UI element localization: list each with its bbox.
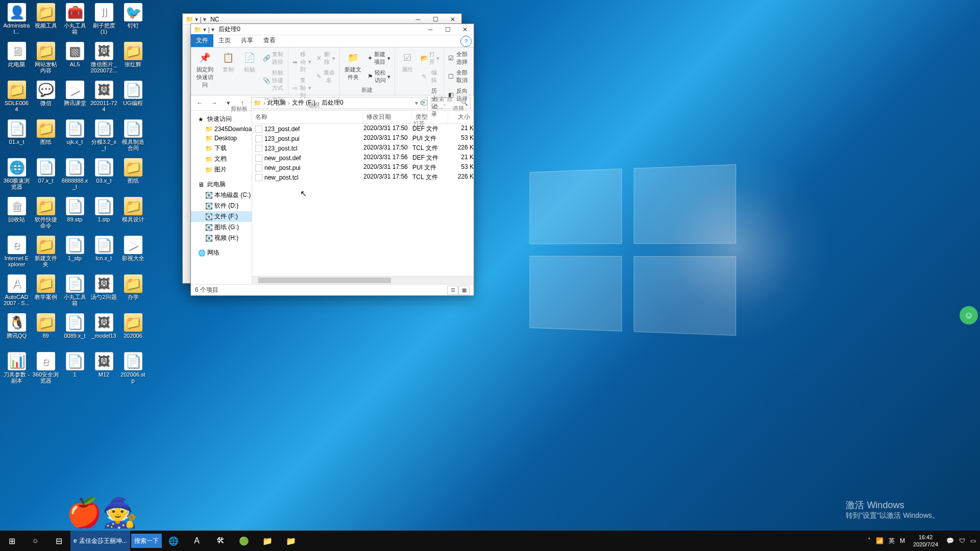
desktop-icon[interactable]: 📁软件快捷命令 <box>31 196 60 235</box>
taskbar-app[interactable]: 🛠 <box>209 531 232 551</box>
desktop-icon[interactable]: 📄lcn.x_t <box>89 235 118 273</box>
task-view-button[interactable]: ⊟ <box>47 531 70 551</box>
wifi-icon[interactable]: 📶 <box>876 537 884 544</box>
file-row[interactable]: 123_post.pui2020/3/31 17:50PUI 文件53 K <box>252 134 474 143</box>
ime-indicator[interactable]: 英 <box>889 537 895 545</box>
nav-drive[interactable]: 💽软件 (D:) <box>191 201 252 211</box>
col-size[interactable]: 大小 <box>448 111 474 123</box>
desktop-icon[interactable]: 👤Administrat... <box>2 2 31 41</box>
desktop-icon[interactable]: 📄1_stp <box>60 235 89 273</box>
col-date[interactable]: 修改日期 <box>363 111 412 123</box>
desktop-icon[interactable]: 🖼汤勺2问题 <box>89 273 118 312</box>
taskbar[interactable]: ⊞ ○ ⊟ e 孟佳金莎王丽坤... 搜索一下 🌐 A 🛠 🟢 📁 📁 ˄ 📶 … <box>0 531 980 551</box>
start-button[interactable]: ⊞ <box>0 531 23 551</box>
taskbar-autocad[interactable]: A <box>185 531 209 551</box>
desktop-icon[interactable]: e360安全浏览器 <box>31 351 60 390</box>
close-button[interactable]: ✕ <box>456 24 474 35</box>
desktop-icon[interactable]: 🖼微信图片_2020072... <box>89 41 118 80</box>
pin-button[interactable]: 📌固定到快速访问 <box>194 49 216 90</box>
help-button[interactable]: ? <box>460 36 472 47</box>
ime-brand[interactable]: M <box>900 537 905 544</box>
clock[interactable]: 16:42 2020/7/24 <box>910 534 941 548</box>
desktop-icon[interactable]: eInternet Explorer <box>2 235 31 273</box>
copy-path-button[interactable]: 🔗复制路径 <box>262 49 285 67</box>
recent-dropdown[interactable]: ▾ <box>223 97 234 109</box>
cortana-button[interactable]: ○ <box>23 531 47 551</box>
notifications-icon[interactable]: ▭ <box>970 537 976 544</box>
titlebar[interactable]: 📁 ▾ | ▾ 后处理0 ─ ☐ ✕ <box>191 24 474 35</box>
navigation-pane[interactable]: ★快速访问 📁2345Download📁Desktop📁下载📁文档📁图片 🖥此电… <box>191 111 252 284</box>
desktop-icon[interactable]: 📄1.stp <box>89 196 118 235</box>
file-row[interactable]: new_post.tcl2020/3/31 17:56TCL 文件226 K <box>252 172 474 182</box>
desktop-icon[interactable]: 🖼202011-724 <box>89 80 118 118</box>
view-details-button[interactable]: ☰ <box>447 286 458 295</box>
select-none-button[interactable]: ☐全部取消 <box>447 68 470 85</box>
move-to-button[interactable]: ➡移动到 ▾ <box>291 49 312 74</box>
select-all-button[interactable]: ☑全部选择 <box>447 49 470 67</box>
nav-this-pc[interactable]: 🖥此电脑 <box>191 179 252 190</box>
desktop-icon[interactable]: 📁图纸 <box>31 118 60 157</box>
desktop-icon[interactable]: 📄07.x_t <box>31 157 60 196</box>
forward-button[interactable]: → <box>208 97 219 109</box>
nav-drive[interactable]: 💽图纸 (G:) <box>191 222 252 233</box>
maximize-button[interactable]: ☐ <box>439 24 456 35</box>
desktop-icon[interactable]: 📁张红辉 <box>118 41 148 80</box>
assistant-badge[interactable]: ☺ <box>960 306 978 324</box>
taskbar-explorer-1[interactable]: 📁 <box>256 531 279 551</box>
desktop-icon[interactable]: 🗑回收站 <box>2 196 31 235</box>
nav-item[interactable]: 📁文档 <box>191 154 252 164</box>
nav-item[interactable]: 📁Desktop <box>191 134 252 143</box>
desktop-icon[interactable]: 📄0089.x_t <box>60 312 89 351</box>
file-row[interactable]: 123_post.tcl2020/3/31 17:50TCL 文件226 K <box>252 143 474 153</box>
desktop-icon[interactable]: 📄202006.stp <box>118 351 148 390</box>
breadcrumb-item[interactable]: 文件 (F:) <box>292 98 315 107</box>
properties-button[interactable]: ☑属性 <box>398 49 416 74</box>
desktop-icon[interactable]: 📄8888888.x_t <box>60 157 89 196</box>
minimize-button[interactable]: ─ <box>422 24 439 35</box>
desktop-icon[interactable]: 📁SDLE0064 <box>2 80 31 118</box>
new-folder-button[interactable]: 📁新建文件夹 <box>343 49 363 82</box>
paste-button[interactable]: 📄粘贴 <box>240 49 259 74</box>
rename-button[interactable]: ✎重命名 <box>315 68 336 85</box>
desktop-icon[interactable]: 🌐360极速浏览器 <box>2 157 31 196</box>
desktop-icon[interactable]: 📄1 <box>60 351 89 390</box>
desktop-icon[interactable]: 📁图纸 <box>118 157 148 196</box>
address-bar[interactable]: 📁 › 此电脑› 文件 (F:)› 后处理0 ▾ ⟳ <box>251 97 428 109</box>
desktop-icon[interactable]: 📁202006 <box>118 312 148 351</box>
security-icon[interactable]: 🛡 <box>959 537 965 544</box>
col-name[interactable]: 名称 <box>252 111 363 123</box>
desktop-icon[interactable]: 📁网站发帖内容 <box>31 41 60 80</box>
desktop-icon[interactable]: ⏸刷子把度(1) <box>89 2 118 41</box>
desktop-icon[interactable]: ▧AL5 <box>60 41 89 80</box>
desktop-icon[interactable]: 📁新建文件夹 <box>31 235 60 273</box>
desktop-icon[interactable]: 📄ujk.x_t <box>60 118 89 157</box>
desktop-icon[interactable]: 🖼_model13 <box>89 312 118 351</box>
desktop-icon[interactable]: 📁办学 <box>118 273 148 312</box>
desktop-icon[interactable]: 📄模具制造合同 <box>118 118 148 157</box>
desktop-icon[interactable]: 📁视频工具 <box>31 2 60 41</box>
desktop-icon[interactable]: 📄89.stp <box>60 196 89 235</box>
desktop-icon[interactable]: 💬微信 <box>31 80 60 118</box>
paste-shortcut-button[interactable]: 📎粘贴快捷方式 <box>262 68 285 93</box>
breadcrumb-item[interactable]: 后处理0 <box>322 98 344 107</box>
delete-button[interactable]: ✕删除 ▾ <box>315 49 336 67</box>
nav-item[interactable]: 📁下载 <box>191 143 252 154</box>
system-tray[interactable]: ˄ 📶 英 M 16:42 2020/7/24 💬 🛡 ▭ <box>864 534 980 548</box>
nav-network[interactable]: 🌐网络 <box>191 247 252 258</box>
col-type[interactable]: 类型 <box>412 111 448 123</box>
search-input[interactable]: 搜索"后处..."🔍 <box>431 97 471 109</box>
refresh-button[interactable]: ⟳ <box>420 99 425 107</box>
desktop-icon[interactable]: 📄分模3.2_x_t <box>89 118 118 157</box>
desktop-icon[interactable]: 📄UG编程 <box>118 80 148 118</box>
desktop-icon[interactable]: 📄03.x_t <box>89 157 118 196</box>
view-icons-button[interactable]: ▦ <box>458 286 470 295</box>
tab-share[interactable]: 共享 <box>236 34 258 47</box>
explorer-window-active[interactable]: 📁 ▾ | ▾ 后处理0 ─ ☐ ✕ 文件 主页 共享 查看 ? 📌固定到快速访… <box>190 23 474 296</box>
action-center-icon[interactable]: 💬 <box>946 537 954 544</box>
nav-drive[interactable]: 💽本地磁盘 (C:) <box>191 190 252 201</box>
desktop-icon[interactable]: 🖼M12 <box>89 351 118 390</box>
taskbar-360[interactable]: 🟢 <box>232 531 256 551</box>
horizontal-scrollbar[interactable] <box>252 276 474 284</box>
desktop-icon[interactable]: 📊刀具参数 - 副本 <box>2 351 31 390</box>
nav-item[interactable]: 📁图片 <box>191 164 252 175</box>
